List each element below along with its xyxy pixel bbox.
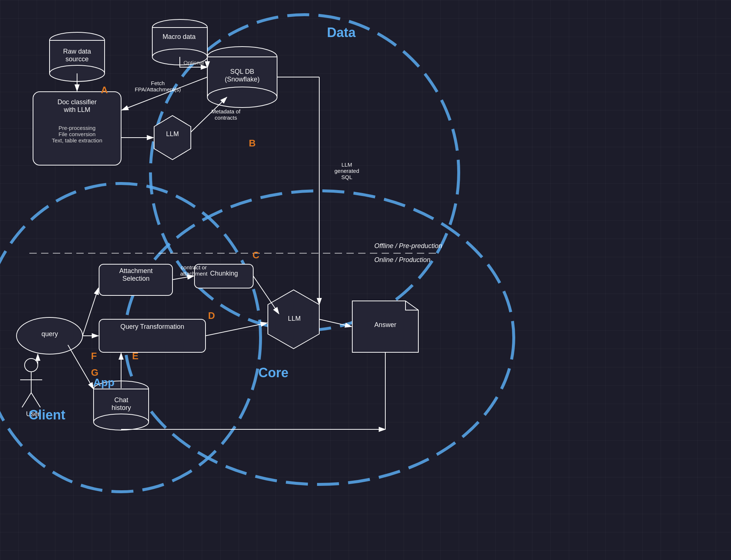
- online-label: Online / Production: [374, 256, 430, 264]
- svg-line-46: [68, 345, 94, 389]
- svg-point-14: [207, 87, 277, 108]
- svg-point-17: [94, 414, 149, 430]
- svg-line-28: [22, 393, 31, 407]
- svg-line-29: [31, 393, 40, 407]
- svg-rect-21: [99, 319, 206, 352]
- diagram-svg: [0, 0, 731, 560]
- svg-line-37: [83, 288, 98, 336]
- offline-label: Offline / Pre-preduction: [374, 242, 442, 250]
- svg-rect-18: [33, 92, 121, 165]
- svg-line-34: [191, 97, 227, 132]
- svg-point-24: [17, 317, 83, 354]
- svg-point-25: [25, 359, 38, 372]
- svg-rect-19: [99, 264, 172, 295]
- svg-line-32: [122, 77, 207, 110]
- svg-line-41: [206, 323, 267, 336]
- svg-rect-20: [194, 264, 253, 288]
- svg-marker-23: [268, 290, 319, 349]
